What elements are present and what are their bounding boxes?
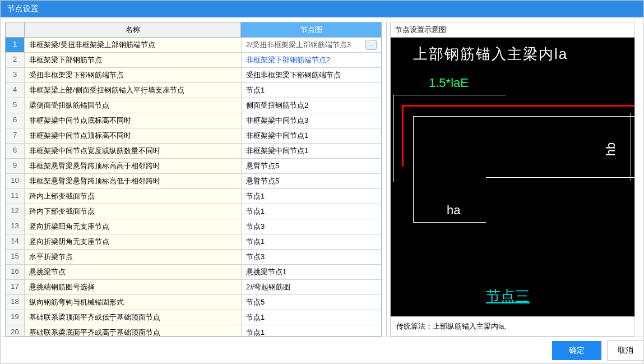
cell-name[interactable]: 跨内上部变截面节点 xyxy=(25,189,242,204)
table-row[interactable]: 18纵向钢筋弯钩与机械锚固形式节点5 xyxy=(6,294,381,310)
cell-name[interactable]: 非框架梁下部钢筋节点 xyxy=(25,53,242,67)
row-number[interactable]: 15 xyxy=(6,250,25,264)
cell-name[interactable]: 水平折梁节点 xyxy=(25,250,242,264)
row-number[interactable]: 20 xyxy=(6,325,25,337)
table-row[interactable]: 13竖向折梁阳角无支座节点节点3 xyxy=(6,219,381,234)
table-row[interactable]: 19基础联系梁顶面平齐或低于基础顶面节点节点1 xyxy=(6,310,381,325)
cell-name[interactable]: 竖向折梁阳角无支座节点 xyxy=(25,219,242,234)
row-number[interactable]: 17 xyxy=(6,280,25,294)
diagram-red-h xyxy=(402,105,634,107)
table-row[interactable]: 17悬挑端钢筋图号选择2#弯起钢筋图 xyxy=(6,279,381,294)
cell-node-image[interactable]: 节点1 xyxy=(242,310,381,325)
row-number[interactable]: 8 xyxy=(6,144,25,158)
cell-name[interactable]: 悬挑梁节点 xyxy=(25,265,242,279)
cancel-button[interactable]: 取消 xyxy=(607,340,643,361)
table-row[interactable]: 3受扭非框架梁下部钢筋端节点受扭非框架梁下部钢筋端节点 xyxy=(6,67,381,82)
cell-name[interactable]: 非框架悬臂梁悬臂跨顶标高低于相邻跨时 xyxy=(25,174,242,188)
cell-name[interactable]: 非框架梁/受扭非框架梁上部钢筋端节点 xyxy=(25,38,242,52)
cell-name[interactable]: 跨内下部变截面节点 xyxy=(25,204,242,219)
cell-node-image[interactable]: 节点5 xyxy=(242,295,381,310)
table-row[interactable]: 7非框架梁中间节点顶标高不同时非框架梁中间节点1 xyxy=(6,128,381,143)
cell-node-image-text: 节点1 xyxy=(246,206,265,216)
cell-name[interactable]: 梁侧面受扭纵筋锚固节点 xyxy=(25,98,242,113)
row-number[interactable]: 9 xyxy=(6,159,25,173)
cell-node-image[interactable]: 节点3 xyxy=(242,250,381,264)
cell-node-image[interactable]: 2#弯起钢筋图 xyxy=(242,280,381,294)
cell-node-image-text: 悬挑梁节点1 xyxy=(246,267,286,277)
cell-node-image[interactable]: 侧面受扭钢筋节点2 xyxy=(242,98,381,113)
cell-node-image[interactable]: 悬臂节点5 xyxy=(242,159,381,173)
diagram-dim-hb-line xyxy=(631,113,631,181)
cell-name[interactable]: 非框架梁上部/侧面受扭钢筋锚入平行墙支座节点 xyxy=(25,83,242,98)
cell-node-image[interactable]: 节点1 xyxy=(242,204,381,219)
row-number[interactable]: 3 xyxy=(6,68,25,82)
row-number[interactable]: 10 xyxy=(6,174,25,188)
cell-node-image[interactable]: 非框架梁中间节点1 xyxy=(242,128,381,143)
cell-node-image[interactable]: 节点1 xyxy=(242,189,381,204)
cell-node-image[interactable]: 悬臂节点5 xyxy=(242,174,381,188)
row-number[interactable]: 6 xyxy=(6,113,25,128)
table-row[interactable]: 16悬挑梁节点悬挑梁节点1 xyxy=(6,264,381,279)
cell-node-image[interactable]: 悬挑梁节点1 xyxy=(242,265,381,279)
cell-node-image-text: 悬臂节点5 xyxy=(246,161,279,171)
row-number[interactable]: 2 xyxy=(6,53,25,67)
row-number[interactable]: 7 xyxy=(6,128,25,143)
row-number[interactable]: 18 xyxy=(6,295,25,310)
cell-node-image-text: 非框架梁下部钢筋端节点2 xyxy=(246,55,330,65)
table-row[interactable]: 14竖向折梁阴角无支座节点节点1 xyxy=(6,234,381,249)
cell-node-image[interactable]: 非框架梁下部钢筋端节点2 xyxy=(242,53,381,67)
button-bar: 确定 取消 xyxy=(1,337,643,363)
grid-body[interactable]: 1非框架梁/受扭非框架梁上部钢筋端节点2/受扭非框架梁上部钢筋端节点3⋯2非框架… xyxy=(5,37,382,337)
table-row[interactable]: 20基础联系梁底面平齐或高于基础顶面节点节点1 xyxy=(6,325,381,337)
preview-footer: 传统算法：上部纵筋锚入主梁内la。 xyxy=(390,317,635,337)
table-row[interactable]: 15水平折梁节点节点3 xyxy=(6,249,381,264)
table-row[interactable]: 8非框架梁中间节点宽度或纵筋数量不同时非框架梁中间节点1 xyxy=(6,143,381,158)
row-number[interactable]: 16 xyxy=(6,265,25,279)
table-row[interactable]: 2非框架梁下部钢筋节点非框架梁下部钢筋端节点2 xyxy=(6,52,381,67)
row-number[interactable]: 4 xyxy=(6,83,25,98)
content-area: 名称 节点图 1非框架梁/受扭非框架梁上部钢筋端节点2/受扭非框架梁上部钢筋端节… xyxy=(1,17,643,337)
table-row[interactable]: 5梁侧面受扭纵筋锚固节点侧面受扭钢筋节点2 xyxy=(6,98,381,113)
cell-node-image[interactable]: 2/受扭非框架梁上部钢筋端节点3⋯ xyxy=(242,38,381,52)
diagram-ha-label: ha xyxy=(447,203,460,218)
row-number[interactable]: 1 xyxy=(6,38,25,52)
table-row[interactable]: 11跨内上部变截面节点节点1 xyxy=(6,188,381,204)
cell-name[interactable]: 非框架悬臂梁悬臂跨顶标高高于相邻跨时 xyxy=(25,159,242,173)
cell-name[interactable]: 基础联系梁顶面平齐或低于基础顶面节点 xyxy=(25,310,242,325)
cell-node-image[interactable]: 节点3 xyxy=(242,219,381,234)
cell-name[interactable]: 非框架梁中间节点宽度或纵筋数量不同时 xyxy=(25,144,242,158)
table-row[interactable]: 6非框架梁中间节点底标高不同时非框架梁中间节点3 xyxy=(6,113,381,128)
table-row[interactable]: 9非框架悬臂梁悬臂跨顶标高高于相邻跨时悬臂节点5 xyxy=(6,158,381,173)
cell-name[interactable]: 纵向钢筋弯钩与机械锚固形式 xyxy=(25,295,242,310)
row-number[interactable]: 13 xyxy=(6,219,25,234)
row-number[interactable]: 19 xyxy=(6,310,25,325)
col-header-name[interactable]: 名称 xyxy=(25,22,241,37)
cell-name[interactable]: 基础联系梁底面平齐或高于基础顶面节点 xyxy=(25,325,242,337)
table-row[interactable]: 10非框架悬臂梁悬臂跨顶标高低于相邻跨时悬臂节点5 xyxy=(6,173,381,188)
cell-node-image-text: 非框架梁中间节点1 xyxy=(246,131,308,141)
cell-name[interactable]: 非框架梁中间节点顶标高不同时 xyxy=(25,128,242,143)
ellipsis-button[interactable]: ⋯ xyxy=(365,40,377,50)
row-number[interactable]: 11 xyxy=(6,189,25,204)
row-number[interactable]: 5 xyxy=(6,98,25,113)
col-header-image[interactable]: 节点图 xyxy=(241,22,381,37)
cell-name[interactable]: 受扭非框架梁下部钢筋端节点 xyxy=(25,68,242,82)
cell-node-image-text: 2/受扭非框架梁上部钢筋端节点3 xyxy=(246,40,351,50)
cell-node-image[interactable]: 节点1 xyxy=(242,234,381,249)
ok-button[interactable]: 确定 xyxy=(552,341,601,360)
row-number[interactable]: 12 xyxy=(6,204,25,219)
cell-node-image[interactable]: 节点1 xyxy=(242,83,381,98)
cell-node-image[interactable]: 非框架梁中间节点1 xyxy=(242,144,381,158)
cell-node-image[interactable]: 非框架梁中间节点3 xyxy=(242,113,381,128)
table-row[interactable]: 1非框架梁/受扭非框架梁上部钢筋端节点2/受扭非框架梁上部钢筋端节点3⋯ xyxy=(6,37,381,52)
table-row[interactable]: 4非框架梁上部/侧面受扭钢筋锚入平行墙支座节点节点1 xyxy=(6,82,381,98)
cell-node-image[interactable]: 受扭非框架梁下部钢筋端节点 xyxy=(242,68,381,82)
cell-name[interactable]: 非框架梁中间节点底标高不同时 xyxy=(25,113,242,128)
table-row[interactable]: 12跨内下部变截面节点节点1 xyxy=(6,204,381,219)
cell-node-image-text: 节点1 xyxy=(246,85,265,95)
row-number[interactable]: 14 xyxy=(6,234,25,249)
cell-name[interactable]: 竖向折梁阴角无支座节点 xyxy=(25,234,242,249)
cell-node-image[interactable]: 节点1 xyxy=(242,325,381,337)
cell-name[interactable]: 悬挑端钢筋图号选择 xyxy=(25,280,242,294)
cell-node-image-text: 非框架梁中间节点3 xyxy=(246,116,308,126)
